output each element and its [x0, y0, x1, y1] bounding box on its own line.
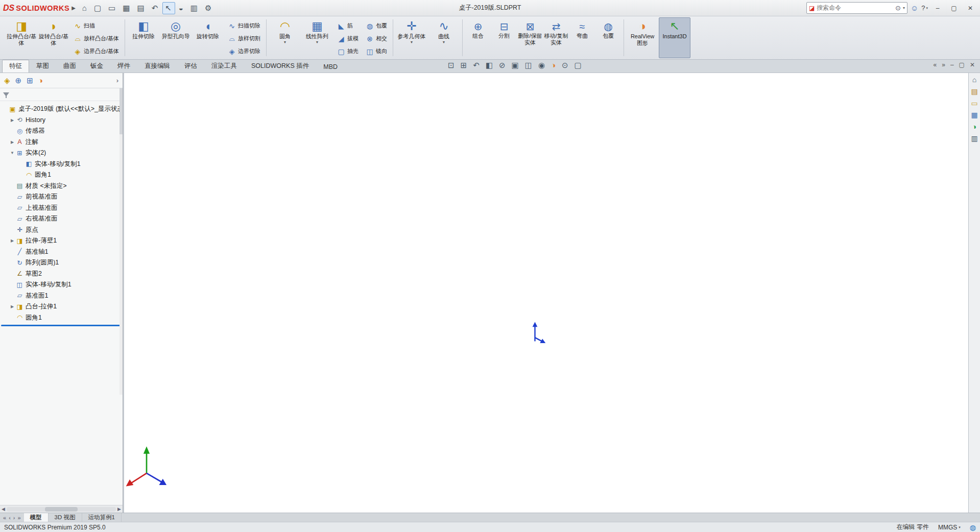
ribbon-tab[interactable]: MBD	[316, 61, 345, 72]
wrap-button[interactable]: ◍ 包覆	[362, 19, 390, 32]
panel-expand-icon[interactable]: ›	[116, 77, 118, 84]
menu-expand-icon[interactable]: ▶	[71, 5, 76, 11]
design-library-icon[interactable]: ▤	[971, 88, 977, 95]
ribbon-tab[interactable]: 草图	[29, 60, 56, 72]
print-icon[interactable]: ▤	[134, 2, 148, 14]
realview-graphics-button[interactable]: ◑ RealView 图形	[627, 17, 658, 58]
configuration-manager-tab-icon[interactable]: ⊞	[27, 77, 33, 84]
draft-button[interactable]: ◢ 拔模	[333, 32, 362, 45]
first-tab-icon[interactable]: «	[3, 515, 6, 521]
boundary-boss-button[interactable]: ◈ 边界凸台/基体	[70, 45, 122, 58]
curves-button[interactable]: ∿ 曲线 ▼	[428, 17, 460, 58]
pane-left-icon[interactable]: «	[934, 61, 937, 68]
file-explorer-icon[interactable]: ▭	[971, 100, 977, 107]
tree-item[interactable]: ∠ 草图2	[0, 269, 123, 280]
options-list-icon[interactable]: ▥	[188, 2, 201, 14]
ribbon-tab[interactable]: 评估	[177, 60, 204, 72]
linear-pattern-button[interactable]: ▦ 线性阵列 ▼	[301, 17, 333, 58]
tree-item[interactable]: ▶ ⟲ History	[0, 115, 123, 126]
tree-item[interactable]: ▶ A 注解	[0, 137, 123, 148]
command-search-box[interactable]: ◪ 搜索命令 ⊙ ▾	[806, 2, 907, 14]
lofted-cut-button[interactable]: ⌓ 放样切割	[224, 32, 264, 45]
ribbon-tab[interactable]: 焊件	[110, 60, 137, 72]
search-dropdown-icon[interactable]: ▾	[903, 6, 905, 10]
intersect-button[interactable]: ⊗ 相交	[362, 32, 390, 45]
doc-minimize-icon[interactable]: –	[950, 61, 954, 68]
lofted-boss-button[interactable]: ⌓ 放样凸台/基体	[70, 32, 122, 45]
swept-boss-button[interactable]: ∿ 扫描	[70, 19, 122, 32]
shell-button[interactable]: ▢ 抽壳	[333, 45, 362, 58]
revolve-cut-button[interactable]: ◖ 旋转切除	[192, 17, 224, 58]
scrollbar-thumb[interactable]	[45, 507, 78, 512]
graphics-viewport[interactable]	[124, 73, 968, 513]
tree-item[interactable]: ✛ 原点	[0, 225, 123, 236]
units-dropdown[interactable]: MMGS ▾	[938, 524, 961, 531]
scroll-right-icon[interactable]: ▶	[117, 506, 121, 512]
combine-button[interactable]: ⊕ 组合	[465, 17, 491, 58]
tree-item[interactable]: ▶ ◨ 凸台-拉伸1	[0, 301, 123, 312]
move-copy-body-button[interactable]: ⇄ 移动/复制实体	[543, 17, 569, 58]
dropdown-icon[interactable]: ▼	[442, 40, 446, 44]
home-icon[interactable]: ⌂	[80, 2, 90, 14]
mirror-button[interactable]: ◫ 镜向	[362, 45, 390, 58]
panel-horizontal-scrollbar[interactable]: ◀ ▶	[0, 505, 123, 513]
document-tab[interactable]: 模型	[24, 513, 49, 522]
rib-button[interactable]: ◣ 筋	[333, 19, 362, 32]
doc-close-icon[interactable]: ✕	[970, 61, 975, 68]
expand-arrow-icon[interactable]: ▶	[9, 238, 15, 243]
view-settings-icon[interactable]: ▢	[573, 60, 583, 70]
ribbon-tab[interactable]: 特征	[2, 60, 29, 72]
edit-appearance-icon[interactable]: ◑	[550, 60, 557, 70]
web-help-icon[interactable]: ◍	[970, 523, 976, 531]
revolve-boss-button[interactable]: ◗ 旋转凸台/基体	[38, 17, 69, 58]
previous-view-icon[interactable]: ↶	[472, 60, 481, 70]
dropdown-icon[interactable]: ▼	[410, 40, 414, 44]
user-account-icon[interactable]: ☺	[911, 4, 918, 12]
tree-filter-row[interactable]	[0, 88, 123, 101]
view-palette-icon[interactable]: ▦	[971, 111, 977, 118]
tree-item[interactable]: ◫ 实体-移动/复制1	[0, 279, 123, 291]
tree-item[interactable]: ▼ ⊞ 实体(2)	[0, 148, 123, 159]
tree-item[interactable]: ▱ 前视基准面	[0, 191, 123, 203]
dropdown-icon[interactable]: ▼	[316, 40, 319, 44]
tree-item[interactable]: ◧ 实体-移动/复制1	[0, 159, 123, 170]
reference-geometry-button[interactable]: ✛ 参考几何体 ▼	[396, 17, 427, 58]
ribbon-tab[interactable]: 直接编辑	[137, 60, 177, 72]
open-file-icon[interactable]: ▭	[106, 2, 119, 14]
close-button[interactable]: ✕	[964, 2, 977, 14]
ribbon-tab[interactable]: SOLIDWORKS 插件	[244, 60, 316, 72]
hide-show-items-icon[interactable]: ◉	[537, 60, 546, 70]
expand-arrow-icon[interactable]: ▶	[9, 304, 15, 309]
tree-item[interactable]: ▱ 基准面1	[0, 291, 123, 302]
hole-wizard-button[interactable]: ◎ 异型孔向导	[160, 17, 192, 58]
scroll-left-icon[interactable]: ◀	[2, 506, 5, 512]
doc-restore-icon[interactable]: ▢	[959, 61, 965, 68]
selection-filter-icon[interactable]: ◒	[176, 2, 187, 14]
appearances-icon[interactable]: ◑	[972, 123, 976, 130]
ribbon-tab[interactable]: 曲面	[56, 60, 83, 72]
section-view-icon[interactable]: ◧	[485, 60, 494, 70]
help-menu[interactable]: ? ▾	[921, 4, 928, 12]
rollback-bar[interactable]	[1, 325, 122, 326]
search-icon[interactable]: ⊙	[895, 4, 901, 12]
tree-item[interactable]: ◠ 圆角1	[0, 312, 123, 324]
swept-cut-button[interactable]: ∿ 扫描切除	[224, 19, 264, 32]
feature-manager-tab-icon[interactable]: ◈	[4, 77, 10, 84]
split-button[interactable]: ⊟ 分割	[491, 17, 517, 58]
expand-arrow-icon[interactable]: ▶	[9, 140, 15, 144]
tree-item[interactable]: ▣ 桌子-2019版 (默认<<默认>_显示状态	[0, 104, 123, 115]
tree-item[interactable]: ◎ 传感器	[0, 126, 123, 137]
custom-properties-icon[interactable]: ▥	[971, 135, 977, 142]
next-tab-icon[interactable]: ›	[13, 515, 15, 521]
property-manager-tab-icon[interactable]: ⊕	[15, 77, 22, 84]
ribbon-tab[interactable]: 钣金	[83, 60, 110, 72]
prev-tab-icon[interactable]: ‹	[9, 515, 11, 521]
minimize-button[interactable]: –	[931, 2, 944, 14]
task-pane-home-icon[interactable]: ⌂	[972, 76, 976, 83]
expand-arrow-icon[interactable]: ▼	[9, 151, 15, 155]
tree-item[interactable]: ╱ 基准轴1	[0, 247, 123, 258]
tree-item[interactable]: ▶ ◨ 拉伸-薄壁1	[0, 235, 123, 247]
pane-right-icon[interactable]: »	[942, 61, 945, 68]
boundary-cut-button[interactable]: ◈ 边界切除	[224, 45, 264, 58]
fillet-button[interactable]: ◠ 圆角 ▼	[269, 17, 301, 58]
